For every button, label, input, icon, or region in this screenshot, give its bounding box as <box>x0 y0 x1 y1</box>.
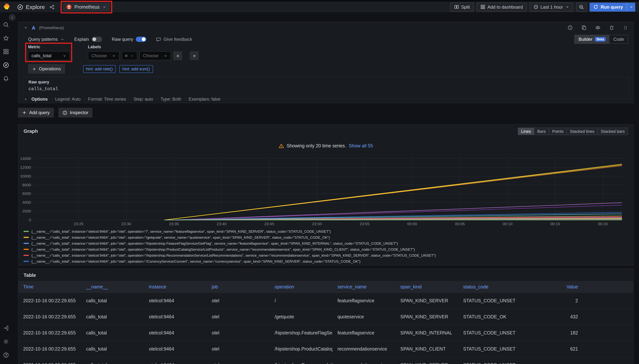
builder-code-toggle: Builder Beta Code <box>574 35 628 44</box>
column-header-time[interactable]: Time <box>18 284 81 290</box>
legend-label: {__name__="calls_total", instance="otelc… <box>32 265 385 266</box>
legend-color-dash <box>24 260 29 262</box>
sync-icon <box>593 4 598 9</box>
label-key-placeholder: Choose <box>91 53 107 58</box>
add-label-filter-icon[interactable] <box>190 51 199 60</box>
table-cell: SPAN_KIND_SERVER <box>396 362 458 364</box>
table-cell: calls_total <box>81 298 144 304</box>
column-header-span-kind[interactable]: span_kind <box>396 284 458 290</box>
column-header-job[interactable]: job <box>207 284 270 290</box>
query-hint-button[interactable]: hint: add rate() <box>83 65 116 73</box>
query-hint-button[interactable]: hint: add sum() <box>120 65 153 73</box>
table-cell: otel <box>207 330 270 336</box>
column-header-instance[interactable]: instance <box>144 284 207 290</box>
legend-item[interactable]: {__name__="calls_total", instance="otelc… <box>24 234 630 240</box>
inspector-button[interactable]: Inspector <box>58 108 92 118</box>
operations-button[interactable]: Operations <box>28 64 65 74</box>
inspector-label: Inspector <box>70 110 88 115</box>
explore-header: Explore <box>17 4 45 10</box>
query-patterns-dropdown[interactable]: Query patterns <box>28 37 64 42</box>
explore-icon[interactable] <box>0 62 12 68</box>
settings-gear-icon[interactable] <box>0 338 12 344</box>
search-icon[interactable] <box>0 22 12 28</box>
label-key-select[interactable]: Choose <box>88 51 119 60</box>
labels-label: Labels <box>88 44 199 49</box>
datasource-picker[interactable]: Prometheus <box>63 2 110 12</box>
alerting-icon[interactable] <box>0 76 12 82</box>
code-tab[interactable]: Code <box>610 35 628 44</box>
graph-mode-stacked-lines[interactable]: Stacked lines <box>566 128 598 135</box>
disable-query-eye-icon[interactable] <box>595 25 600 30</box>
legend-item[interactable]: {__name__="calls_total", instance="otelc… <box>24 228 630 234</box>
add-query-button[interactable]: Add query <box>18 108 54 118</box>
legend-color-dash <box>24 242 29 244</box>
metric-select[interactable]: calls_total <box>28 51 70 60</box>
svg-text:23:45: 23:45 <box>264 222 274 226</box>
metric-label: Metric <box>28 44 70 49</box>
graph-mode-lines[interactable]: Lines <box>518 128 534 135</box>
table-row: 2022-10-16 00:22:29.655calls_totalotelco… <box>18 325 634 341</box>
duplicate-query-icon[interactable] <box>582 25 586 30</box>
table-cell: 2022-10-16 00:22:29.655 <box>18 346 81 352</box>
column-header-service-name[interactable]: service_name <box>332 284 396 290</box>
collapse-chevron-icon[interactable] <box>24 26 28 30</box>
table-cell: STATUS_CODE_UNSET <box>458 362 521 364</box>
column-header-operation[interactable]: operation <box>270 284 332 290</box>
options-row[interactable]: Options Legend: AutoFormat: Time seriesS… <box>24 96 628 103</box>
remove-label-filter-icon[interactable] <box>173 51 182 60</box>
legend-item[interactable]: {__name__="calls_total", instance="otelc… <box>24 240 630 246</box>
show-all-series-link[interactable]: Show all 55 <box>349 143 373 148</box>
query-row-header[interactable]: A (Prometheus) <box>18 22 634 33</box>
graph-mode-stacked-bars[interactable]: Stacked bars <box>598 128 628 135</box>
help-icon[interactable] <box>0 352 12 358</box>
legend-item[interactable]: {__name__="calls_total", instance="otelc… <box>24 264 630 266</box>
table-panel-title: Table <box>24 272 36 278</box>
grafana-explore-page: Explore Prometheus Split Add t <box>0 0 639 364</box>
graph-mode-bars[interactable]: Bars <box>534 128 549 135</box>
column-header-value[interactable]: Value <box>521 284 634 290</box>
raw-query-toggle[interactable] <box>136 37 146 42</box>
chevron-down-icon <box>102 5 107 9</box>
builder-label: Builder <box>578 37 592 42</box>
time-range-picker[interactable]: Last 1 hour <box>530 2 573 12</box>
remove-query-trash-icon[interactable] <box>609 25 614 30</box>
builder-tab[interactable]: Builder Beta <box>575 35 610 44</box>
time-range-label: Last 1 hour <box>540 4 563 10</box>
starred-icon[interactable] <box>0 35 12 41</box>
table-row: 2022-10-16 00:22:29.655calls_totalotelco… <box>18 357 634 364</box>
dashboards-icon[interactable] <box>0 49 12 54</box>
grafana-logo <box>3 3 10 11</box>
column-header-name[interactable]: __name__ <box>81 284 144 290</box>
drag-handle-icon[interactable] <box>623 25 628 30</box>
share-icon[interactable] <box>50 4 54 10</box>
add-to-dashboard-label: Add to dashboard <box>488 4 523 10</box>
table-cell: /hipstershop.ProductCatalogS... <box>270 346 332 352</box>
table-cell: otel <box>207 314 270 320</box>
add-to-dashboard-button[interactable]: Add to dashboard <box>477 2 527 12</box>
table-cell: SPAN_KIND_SERVER <box>396 298 458 304</box>
run-query-button[interactable]: Run query <box>590 2 635 12</box>
query-help-icon[interactable] <box>568 25 573 30</box>
option-summary-item: Step: auto <box>134 97 153 102</box>
explain-toggle[interactable] <box>92 37 102 42</box>
table-cell: calls_total <box>81 330 144 336</box>
table-cell: featureflagservice <box>332 330 396 336</box>
legend-item[interactable]: {__name__="calls_total", instance="otelc… <box>24 252 630 258</box>
query-datasource-hint: (Prometheus) <box>39 26 64 30</box>
label-value-select[interactable]: Choose <box>140 51 171 60</box>
column-header-status-code[interactable]: status_code <box>458 284 521 290</box>
run-query-dropdown[interactable] <box>627 2 635 12</box>
graph-mode-points[interactable]: Points <box>549 128 567 135</box>
split-button[interactable]: Split <box>450 2 474 12</box>
legend-item[interactable]: {__name__="calls_total", instance="otelc… <box>24 258 630 264</box>
table-cell: STATUS_CODE_UNSET <box>458 346 521 352</box>
legend-item[interactable]: {__name__="calls_total", instance="otelc… <box>24 246 630 252</box>
label-operator-select[interactable]: = <box>122 51 137 60</box>
sidebar-expand-button[interactable] <box>9 14 15 20</box>
sign-in-icon[interactable] <box>0 325 12 331</box>
give-feedback-link[interactable]: Give feedback <box>156 37 192 42</box>
chevron-down-icon <box>565 5 569 9</box>
top-nav: Explore Prometheus Split Add t <box>0 2 639 13</box>
zoom-out-time-button[interactable] <box>576 2 586 12</box>
operations-row: Operations hint: add rate()hint: add sum… <box>28 64 153 74</box>
